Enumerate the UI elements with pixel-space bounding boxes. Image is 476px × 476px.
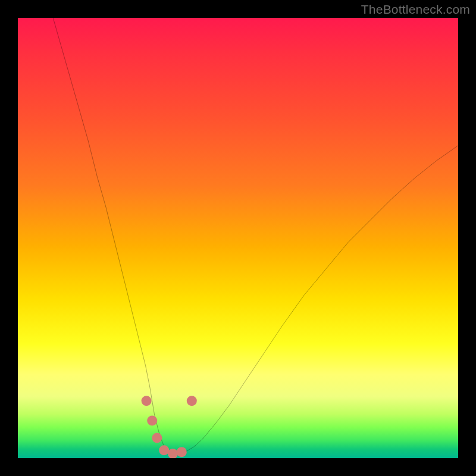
- watermark-text: TheBottleneck.com: [361, 2, 470, 17]
- chart-frame: TheBottleneck.com: [0, 0, 476, 476]
- curve-marker: [142, 396, 152, 406]
- bottleneck-curve: [18, 18, 458, 458]
- curve-marker: [147, 416, 157, 426]
- curve-marker: [187, 396, 197, 406]
- curve-marker: [152, 433, 162, 443]
- curve-marker: [177, 447, 187, 457]
- plot-area: [18, 18, 458, 458]
- curve-marker: [168, 449, 178, 458]
- curve-marker: [159, 445, 169, 455]
